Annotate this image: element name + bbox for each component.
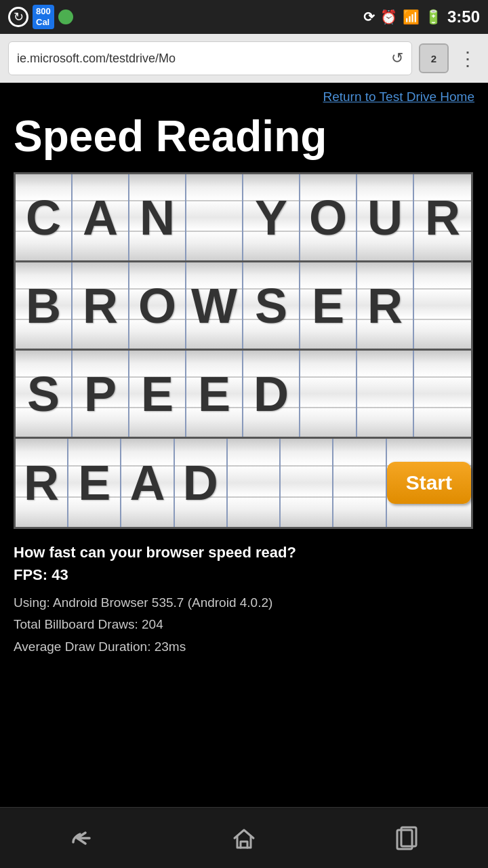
page-content: Return to Test Drive Home Speed Reading … [0, 83, 488, 671]
billboard-letter: Y [255, 193, 287, 242]
billboard-cell [281, 439, 333, 527]
billboard-cell [414, 351, 471, 437]
billboard-cell: E [68, 439, 121, 527]
reload-button[interactable]: ↺ [391, 50, 403, 67]
billboard-cell: N [129, 174, 186, 260]
rotate-icon: ⟳ [363, 9, 375, 25]
fps-value: FPS: 43 [14, 566, 474, 584]
billboard-cell: Y [243, 174, 300, 260]
billboard-cell: S [16, 351, 73, 437]
recents-button[interactable] [380, 818, 434, 859]
billboard-row: READStart [16, 439, 471, 527]
tabs-count: 2 [431, 53, 436, 64]
billboard-letter: D [183, 458, 218, 507]
avg-draw-info: Average Draw Duration: 23ms [14, 636, 474, 658]
billboard-cell: O [300, 174, 357, 260]
billboard-letter: R [425, 193, 460, 242]
billboard-letter: U [367, 193, 403, 242]
stats-details: Using: Android Browser 535.7 (Android 4.… [14, 592, 474, 658]
stats-section: How fast can your browser speed read? FP… [14, 542, 474, 658]
billboard-letter: A [130, 458, 165, 507]
billboard-cell: R [414, 174, 471, 260]
billboard-cell [333, 439, 386, 527]
billboard-letter: R [24, 458, 59, 507]
url-bar[interactable]: ie.microsoft.com/testdrive/Mo ↺ [8, 41, 412, 75]
recents-icon [392, 823, 422, 853]
home-button[interactable] [217, 818, 271, 859]
billboard-cell: R [73, 262, 129, 349]
billboard-cell [186, 174, 243, 260]
alarm-icon: ⏰ [380, 9, 397, 25]
billboard-cell: W [186, 262, 243, 349]
home-icon [229, 823, 259, 853]
billboard-cell: E [186, 351, 243, 437]
billboard-cell: E [300, 262, 357, 349]
billboard-letter: N [140, 193, 175, 242]
billboard-cell: B [16, 262, 73, 349]
billboard-letter: E [141, 370, 174, 418]
billboard-row: CANYOUR [16, 174, 471, 262]
status-left: ↻ 800Cal [8, 5, 73, 28]
url-text: ie.microsoft.com/testdrive/Mo [17, 52, 386, 66]
billboard-cell: O [129, 262, 186, 349]
billboard-letter: D [253, 370, 289, 418]
billboard-cell: S [243, 262, 300, 349]
draws-info: Total Billboard Draws: 204 [14, 614, 474, 635]
billboard-cell: P [73, 351, 129, 437]
status-bar: ↻ 800Cal ⟳ ⏰ 📶 🔋 3:50 [0, 0, 488, 34]
billboard-cell: D [243, 351, 300, 437]
bottom-nav [0, 807, 488, 868]
billboard-cell: A [73, 174, 129, 260]
billboard-letter: E [198, 370, 230, 418]
billboard-letter: A [83, 193, 118, 242]
green-dot-icon [58, 9, 73, 24]
browser-bar: ie.microsoft.com/testdrive/Mo ↺ 2 ⋮ [0, 34, 488, 83]
billboard-letter: R [83, 281, 118, 330]
billboard-row: BROWSER [16, 262, 471, 351]
stats-headline: How fast can your browser speed read? [14, 542, 474, 564]
billboard-cell [228, 439, 281, 527]
back-button[interactable] [54, 818, 108, 859]
billboard-grid: CANYOURBROWSERSPEEDREADStart [14, 172, 473, 529]
billboard-letter: O [138, 281, 176, 330]
cal-badge: 800Cal [33, 5, 54, 28]
billboard-row: SPEED [16, 351, 471, 439]
billboard-letter: R [367, 281, 403, 330]
clock-time: 3:50 [447, 7, 480, 26]
status-right: ⟳ ⏰ 📶 🔋 3:50 [363, 7, 480, 26]
billboard-cell: R [357, 262, 414, 349]
billboard-cell: E [129, 351, 186, 437]
page-title: Speed Reading [14, 113, 474, 160]
billboard-cell: D [175, 439, 228, 527]
menu-button[interactable]: ⋮ [455, 47, 480, 70]
billboard-cell [414, 262, 471, 349]
billboard-letter: P [84, 370, 117, 418]
start-button[interactable]: Start [387, 462, 471, 504]
billboard-letter: E [312, 281, 344, 330]
billboard-cell: A [121, 439, 174, 527]
billboard-cell: Start [387, 439, 471, 527]
billboard-cell [300, 351, 357, 437]
browser-info: Using: Android Browser 535.7 (Android 4.… [14, 592, 474, 614]
billboard-letter: O [309, 193, 347, 242]
billboard-cell [357, 351, 414, 437]
battery-icon: 🔋 [425, 9, 442, 25]
back-icon [66, 823, 96, 853]
billboard-cell: R [16, 439, 68, 527]
billboard-letter: B [26, 281, 61, 330]
billboard-letter: E [78, 458, 110, 507]
billboard-letter: W [191, 281, 237, 330]
signal-icon: 📶 [403, 9, 420, 25]
tabs-button[interactable]: 2 [419, 43, 449, 73]
billboard-letter: C [26, 193, 61, 242]
billboard-letter: S [27, 370, 60, 418]
billboard-cell: U [357, 174, 414, 260]
billboard-cell: C [16, 174, 73, 260]
return-home-link[interactable]: Return to Test Drive Home [14, 83, 474, 107]
refresh-icon: ↻ [8, 7, 28, 27]
billboard-letter: S [255, 281, 287, 330]
